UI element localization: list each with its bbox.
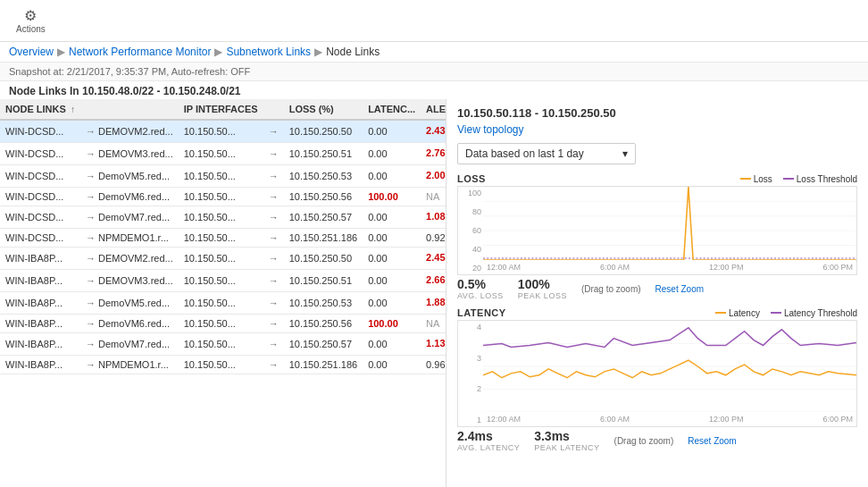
ip2-cell: 10.150.250.50 xyxy=(284,120,363,143)
main-content: NODE LINKS ↑ IP INTERFACES LOSS (%) LATE… xyxy=(0,99,868,487)
loss-chart-area xyxy=(483,187,856,260)
actions-button[interactable]: ⚙ Actions xyxy=(9,4,53,38)
arrow2-icon: → xyxy=(269,171,279,181)
latency-value: 0.96 xyxy=(426,359,445,370)
table-row[interactable]: WIN-IBA8P... → DEMOVM2.red... 10.150.50.… xyxy=(0,248,447,270)
loss-legend-item: Loss xyxy=(740,174,772,184)
latency-cell: 2.76 ! xyxy=(421,143,447,165)
table-row[interactable]: WIN-IBA8P... → DemoVM7.red... 10.150.50.… xyxy=(0,333,447,356)
node2-name: DEMOVM3.red... xyxy=(98,148,173,159)
latency-chart-svg xyxy=(483,321,856,412)
arrow-icon: → xyxy=(86,359,96,370)
ip1-cell: 10.150.50... xyxy=(179,188,263,206)
loss-chart-section: LOSS Loss Loss Threshold 100 80 60 xyxy=(457,173,857,300)
breadcrumb-npm[interactable]: Network Performance Monitor xyxy=(69,46,211,58)
table-row[interactable]: WIN-IBA8P... → DemoVM5.red... 10.150.50.… xyxy=(0,292,447,315)
ip2-cell: 10.150.250.57 xyxy=(284,206,363,229)
node1-cell: WIN-IBA8P... xyxy=(0,333,80,356)
latency-value: 1.08 xyxy=(426,211,445,222)
loss-value: 0.00 xyxy=(368,339,387,349)
ip2-value: 10.150.250.51 xyxy=(289,275,352,286)
ip1-value: 10.150.50... xyxy=(184,148,236,159)
ip2-cell: 10.150.250.50 xyxy=(284,248,363,270)
loss-legend-color xyxy=(740,178,751,180)
node1-name: WIN-DCSD... xyxy=(5,171,63,181)
node1-cell: WIN-DCSD... xyxy=(0,188,80,206)
latency-chart-stats: 2.4ms AVG. LATENCY 3.3ms PEAK LATENCY (D… xyxy=(457,429,857,452)
loss-value: 100.00 xyxy=(368,318,398,329)
table-row[interactable]: WIN-DCSD... → DEMOVM3.red... 10.150.50..… xyxy=(0,143,447,165)
node1-name: WIN-IBA8P... xyxy=(5,298,63,308)
node1-cell: WIN-DCSD... xyxy=(0,206,80,229)
col-ip-interfaces[interactable]: IP INTERFACES xyxy=(179,99,263,120)
breadcrumb-subnetwork[interactable]: Subnetwork Links xyxy=(226,46,311,58)
arrow-icon: → xyxy=(86,212,96,223)
col-latency[interactable]: LATENC... xyxy=(363,99,421,120)
loss-cell: 0.00 xyxy=(363,356,421,374)
node1-name: WIN-IBA8P... xyxy=(5,339,63,349)
col-node-links[interactable]: NODE LINKS ↑ xyxy=(0,99,80,120)
ip1-value: 10.150.50... xyxy=(184,126,236,137)
node2-name: DemoVM6.red... xyxy=(98,318,170,329)
ip2-cell: 10.150.250.53 xyxy=(284,292,363,315)
node1-cell: WIN-IBA8P... xyxy=(0,315,80,333)
loss-value: 0.00 xyxy=(368,212,387,223)
arrow2-icon: → xyxy=(269,318,279,329)
arrow2-cell: → xyxy=(263,206,284,229)
col-loss[interactable]: LOSS (%) xyxy=(284,99,363,120)
header: ⚙ Actions xyxy=(0,0,868,42)
node-links-table: NODE LINKS ↑ IP INTERFACES LOSS (%) LATE… xyxy=(0,99,447,374)
ip2-value: 10.150.250.53 xyxy=(289,298,352,308)
avg-loss-stat: 0.5% AVG. LOSS xyxy=(457,277,504,300)
arrow2-icon: → xyxy=(269,126,279,137)
latency-cell: 1.13 ! xyxy=(421,333,447,356)
ip2-cell: 10.150.250.51 xyxy=(284,270,363,292)
arrow-cell: → DemoVM6.red... xyxy=(80,315,179,333)
left-panel: NODE LINKS ↑ IP INTERFACES LOSS (%) LATE… xyxy=(0,99,447,487)
reset-zoom-loss[interactable]: Reset Zoom xyxy=(655,284,704,294)
loss-chart-svg xyxy=(483,187,856,260)
table-row[interactable]: WIN-DCSD... → DEMOVM2.red... 10.150.50..… xyxy=(0,120,447,143)
node1-cell: WIN-IBA8P... xyxy=(0,356,80,374)
breadcrumb: Overview ▶ Network Performance Monitor ▶… xyxy=(0,42,868,63)
table-row[interactable]: WIN-DCSD... → DemoVM6.red... 10.150.50..… xyxy=(0,188,447,206)
latency-threshold-legend-label: Latency Threshold xyxy=(784,308,857,318)
dropdown-label: Data based on last 1 day xyxy=(465,147,584,160)
loss-chart-container[interactable]: 100 80 60 40 20 xyxy=(457,186,857,275)
latency-cell: NA xyxy=(421,188,447,206)
ip1-cell: 10.150.50... xyxy=(179,333,263,356)
table-row[interactable]: WIN-IBA8P... → DEMOVM3.red... 10.150.50.… xyxy=(0,270,447,292)
table-row[interactable]: WIN-IBA8P... → NPMDEMO1.r... 10.150.50..… xyxy=(0,356,447,374)
time-range-dropdown[interactable]: Data based on last 1 day ▾ xyxy=(457,143,636,164)
latency-cell: NA xyxy=(421,315,447,333)
node2-name: NPMDEMO1.r... xyxy=(98,232,169,243)
breadcrumb-overview[interactable]: Overview xyxy=(9,46,54,58)
loss-cell: 0.00 xyxy=(363,143,421,165)
node2-name: DemoVM5.red... xyxy=(98,171,170,181)
reset-zoom-latency[interactable]: Reset Zoom xyxy=(688,436,736,446)
arrow-cell: → NPMDEMO1.r... xyxy=(80,229,179,248)
col-alerts[interactable]: ALERTS xyxy=(421,99,447,120)
arrow-icon: → xyxy=(86,171,96,181)
view-topology-link[interactable]: View topology xyxy=(457,123,524,136)
peak-loss-stat: 100% PEAK LOSS xyxy=(518,277,567,300)
arrow-icon: → xyxy=(86,298,96,308)
loss-value: 0.00 xyxy=(368,171,387,181)
actions-label: Actions xyxy=(16,24,46,34)
latency-cell: 2.66 ! xyxy=(421,270,447,292)
latency-na: NA xyxy=(426,191,439,202)
avg-loss-label: AVG. LOSS xyxy=(457,291,504,300)
arrow2-icon: → xyxy=(269,339,279,349)
node2-name: DemoVM7.red... xyxy=(98,339,170,349)
arrow-icon: → xyxy=(86,148,96,159)
table-row[interactable]: WIN-DCSD... → DemoVM5.red... 10.150.50..… xyxy=(0,165,447,188)
table-row[interactable]: WIN-DCSD... → DemoVM7.red... 10.150.50..… xyxy=(0,206,447,229)
loss-cell: 0.00 xyxy=(363,270,421,292)
ip2-cell: 10.150.250.57 xyxy=(284,333,363,356)
table-row[interactable]: WIN-DCSD... → NPMDEMO1.r... 10.150.50...… xyxy=(0,229,447,248)
latency-chart-container[interactable]: 4 3 2 1 xyxy=(457,320,857,427)
table-row[interactable]: WIN-IBA8P... → DemoVM6.red... 10.150.50.… xyxy=(0,315,447,333)
col-arrow2 xyxy=(263,99,284,120)
arrow2-icon: → xyxy=(269,359,279,370)
arrow2-cell: → xyxy=(263,229,284,248)
